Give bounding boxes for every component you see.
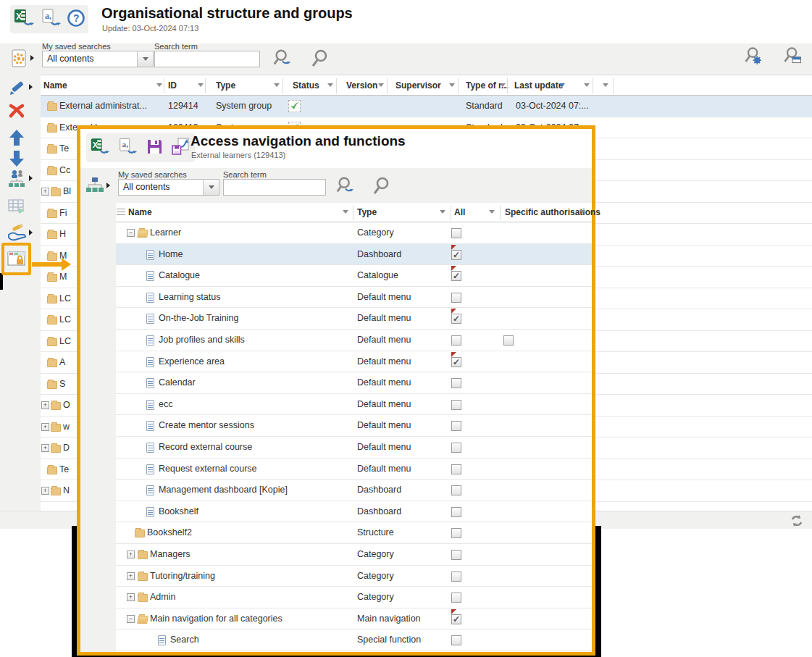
filter-icon[interactable] (584, 83, 590, 87)
access-table-row[interactable]: HomeDashboard (116, 244, 592, 266)
sitemap-flyout-icon[interactable] (106, 183, 110, 188)
search-icon[interactable] (372, 175, 392, 196)
search-execute-icon[interactable] (335, 175, 356, 196)
filter-icon[interactable] (327, 83, 333, 87)
assign-icon[interactable] (7, 222, 27, 243)
all-checkbox[interactable] (451, 357, 461, 367)
all-checkbox[interactable] (451, 593, 461, 603)
expand-icon[interactable]: + (41, 401, 49, 409)
all-checkbox[interactable] (451, 507, 461, 517)
expand-icon[interactable]: + (127, 593, 135, 601)
text-export-icon[interactable]: a, (40, 8, 62, 31)
all-checkbox[interactable] (451, 314, 461, 324)
sitemap-icon[interactable] (85, 175, 105, 196)
assign-flyout-icon[interactable] (29, 230, 33, 235)
access-table-row[interactable]: −Main navigation for all categoriesMain … (116, 608, 592, 630)
access-table-row[interactable]: Management dashboard [Kopie]Dashboard (116, 480, 592, 501)
org-structure-flyout-icon[interactable] (29, 175, 33, 181)
edit-icon[interactable] (7, 78, 27, 98)
access-table-row[interactable]: Bookshelf2Structure (116, 522, 592, 544)
expand-icon[interactable]: + (41, 423, 49, 431)
saved-searches-dropdown-button[interactable] (203, 180, 219, 195)
column-header-name[interactable]: Name (128, 207, 152, 217)
column-header-supervisor[interactable]: Supervisor (395, 80, 441, 91)
org-structure-icon[interactable] (7, 169, 27, 189)
access-table-row[interactable]: Create mentor sessionsDefault menu (116, 415, 592, 437)
all-checkbox[interactable] (451, 378, 461, 388)
excel-export-icon[interactable]: X (13, 8, 35, 31)
expand-icon[interactable]: + (41, 487, 49, 495)
status-checkbox[interactable] (288, 100, 301, 112)
access-table-row[interactable]: Job profiles and skillsDefault menu (116, 330, 592, 351)
help-icon[interactable]: ? (67, 9, 85, 30)
access-table-row[interactable]: CalendarDefault menu (116, 372, 592, 394)
column-header-last-update[interactable]: Last update (514, 80, 563, 91)
search-panel-icon[interactable] (782, 46, 803, 66)
access-table-row[interactable]: −LearnerCategory (116, 222, 592, 244)
new-item-flyout-icon[interactable] (30, 55, 34, 61)
access-table-row[interactable]: Learning statusDefault menu (116, 287, 592, 309)
search-settings-icon[interactable] (743, 46, 763, 66)
access-table-row[interactable]: Record external courseDefault menu (116, 437, 592, 459)
edit-flyout-icon[interactable] (29, 84, 33, 90)
access-table-row[interactable]: Request external courseDefault menu (116, 459, 592, 480)
access-table-row[interactable]: +Tutoring/trainingCategory (116, 566, 592, 587)
column-header-name[interactable]: Name (43, 80, 67, 91)
filter-icon[interactable] (579, 210, 585, 214)
filter-icon[interactable] (343, 210, 348, 214)
expand-icon[interactable]: − (127, 615, 135, 623)
all-checkbox[interactable] (451, 250, 461, 260)
search-icon[interactable] (310, 48, 330, 68)
access-table-row[interactable]: On-the-Job TrainingDefault menu (116, 308, 592, 330)
all-checkbox[interactable] (451, 550, 461, 560)
column-header-type[interactable]: Type (216, 80, 235, 91)
search-term-input[interactable] (154, 51, 260, 67)
access-table-row[interactable]: SearchSpecial function (116, 629, 592, 651)
filter-icon[interactable] (378, 83, 384, 87)
all-checkbox[interactable] (451, 464, 461, 474)
move-down-icon[interactable] (7, 148, 27, 169)
column-header-id[interactable]: ID (168, 80, 177, 91)
access-table-row[interactable]: +ManagersCategory (116, 544, 592, 566)
specific-authorisations-checkbox[interactable] (503, 335, 514, 346)
search-execute-icon[interactable] (272, 48, 293, 68)
access-table-row[interactable]: CatalogueCatalogue (116, 265, 592, 287)
all-checkbox[interactable] (451, 614, 461, 624)
saved-searches-select[interactable]: All contents (118, 179, 219, 196)
move-up-icon[interactable] (7, 127, 27, 148)
filter-icon[interactable] (274, 83, 280, 87)
access-table-row[interactable]: Experience areaDefault menu (116, 351, 592, 373)
access-table-row[interactable]: BookshelfDashboard (116, 501, 592, 523)
filter-icon[interactable] (489, 210, 495, 214)
all-checkbox[interactable] (451, 271, 461, 281)
all-checkbox[interactable] (451, 421, 461, 431)
filter-icon[interactable] (156, 83, 162, 87)
filter-icon[interactable] (198, 83, 204, 87)
filter-icon[interactable] (500, 83, 506, 87)
text-export-icon[interactable]: a, (117, 137, 138, 159)
all-checkbox[interactable] (451, 572, 461, 582)
expand-icon[interactable]: + (127, 572, 135, 580)
column-header-status[interactable]: Status (293, 80, 319, 91)
column-header-specific-authorisations[interactable]: Specific authorisations (505, 207, 600, 217)
access-table-row[interactable]: eccDefault menu (116, 394, 592, 416)
refresh-icon[interactable] (787, 511, 807, 531)
table-row[interactable]: External administrat...129414System grou… (41, 96, 812, 117)
column-header-version[interactable]: Version (346, 80, 377, 91)
column-header-type[interactable]: Type (357, 207, 377, 217)
new-item-icon[interactable] (9, 48, 29, 68)
saved-searches-dropdown-button[interactable] (137, 51, 153, 67)
all-checkbox[interactable] (451, 335, 461, 346)
all-checkbox[interactable] (451, 228, 461, 238)
excel-export-icon[interactable]: X (90, 137, 110, 159)
sort-desc-icon[interactable] (559, 83, 565, 87)
all-checkbox[interactable] (451, 400, 461, 410)
all-checkbox[interactable] (451, 293, 461, 303)
all-checkbox[interactable] (451, 635, 461, 645)
filter-icon[interactable] (449, 83, 455, 87)
expand-icon[interactable]: + (127, 551, 135, 558)
filter-icon[interactable] (440, 210, 445, 214)
filter-icon[interactable] (603, 83, 608, 87)
expand-icon[interactable]: − (127, 229, 135, 237)
save-transfer-icon[interactable] (171, 137, 191, 159)
